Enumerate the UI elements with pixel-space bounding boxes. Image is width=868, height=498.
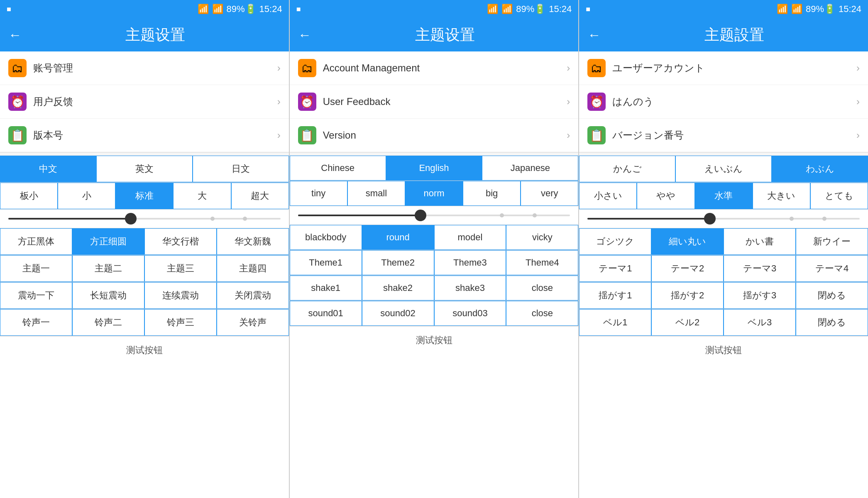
menu-item-2[interactable]: 📋 版本号 ›	[0, 119, 289, 152]
shake-btn-1[interactable]: 揺がす2	[651, 282, 724, 309]
sound-btn-2[interactable]: 铃声三	[144, 309, 217, 336]
slider-thumb[interactable]	[415, 210, 426, 221]
sound-btn-0[interactable]: 铃声一	[0, 309, 72, 336]
slider-row[interactable]	[0, 210, 289, 228]
lang-btn-0[interactable]: かんご	[579, 156, 675, 182]
theme-btn-2[interactable]: テーマ3	[724, 255, 796, 282]
back-button[interactable]: ←	[8, 27, 22, 43]
theme-btn-0[interactable]: 主题一	[0, 255, 72, 282]
font-btn-1[interactable]: round	[362, 225, 434, 250]
time-display: 15:24	[839, 4, 861, 15]
menu-item-1[interactable]: ⏰ はんのう ›	[579, 85, 868, 119]
size-btn-0[interactable]: tiny	[290, 181, 347, 206]
lang-btn-2[interactable]: 日文	[193, 156, 289, 182]
shake-btn-1[interactable]: 长短震动	[72, 282, 144, 309]
sound-btn-2[interactable]: ベル3	[724, 309, 796, 336]
menu-item-1[interactable]: ⏰ User Feedback ›	[290, 85, 579, 119]
size-btn-1[interactable]: small	[347, 181, 405, 206]
menu-item-0[interactable]: 🗂 Account Management ›	[290, 51, 579, 85]
sound-btn-0[interactable]: ベル1	[579, 309, 651, 336]
font-btn-0[interactable]: blackbody	[290, 225, 362, 250]
menu-item-2[interactable]: 📋 バージョン番号 ›	[579, 119, 868, 152]
font-btn-2[interactable]: 华文行楷	[144, 228, 217, 255]
font-btn-3[interactable]: vicky	[506, 225, 578, 250]
sound-btn-1[interactable]: 铃声二	[72, 309, 144, 336]
size-btn-3[interactable]: 大	[173, 183, 231, 209]
theme-btn-0[interactable]: テーマ1	[579, 255, 651, 282]
theme-btn-3[interactable]: 主题四	[217, 255, 289, 282]
test-button[interactable]: 测试按钮	[290, 326, 579, 354]
font-btn-1[interactable]: 細い丸い	[651, 228, 724, 255]
font-btn-3[interactable]: 华文新魏	[217, 228, 289, 255]
shake-btn-3[interactable]: close	[506, 276, 578, 300]
slider-thumb[interactable]	[704, 213, 716, 225]
font-btn-2[interactable]: model	[434, 225, 506, 250]
lang-btn-2[interactable]: わぶん	[772, 156, 868, 182]
size-btn-2[interactable]: 水準	[695, 183, 753, 209]
size-btn-1[interactable]: やや	[637, 183, 694, 209]
slider-thumb[interactable]	[125, 213, 137, 225]
shake-btn-2[interactable]: shake3	[434, 276, 506, 300]
menu-item-1[interactable]: ⏰ 用户反馈 ›	[0, 85, 289, 119]
sound-btn-3[interactable]: 閉める	[796, 309, 868, 336]
sound-btn-3[interactable]: 关铃声	[217, 309, 289, 336]
font-btn-0[interactable]: 方正黑体	[0, 228, 72, 255]
menu-item-2[interactable]: 📋 Version ›	[290, 119, 579, 152]
size-btn-0[interactable]: 小さい	[579, 183, 637, 209]
chevron-icon-1: ›	[567, 96, 570, 107]
size-btn-0[interactable]: 板小	[0, 183, 58, 209]
font-btn-0[interactable]: ゴシツク	[579, 228, 651, 255]
font-btn-2[interactable]: かい書	[724, 228, 796, 255]
size-btn-3[interactable]: big	[463, 181, 521, 206]
slider-row[interactable]	[290, 206, 579, 225]
sound-btn-1[interactable]: ベル2	[651, 309, 724, 336]
test-button[interactable]: 测试按钮	[0, 336, 289, 364]
shake-buttons-row: 揺がす1揺がす2揺がす3閉める	[579, 282, 868, 309]
theme-btn-0[interactable]: Theme1	[290, 250, 362, 275]
size-btn-1[interactable]: 小	[58, 183, 115, 209]
shake-btn-2[interactable]: 连续震动	[144, 282, 217, 309]
lang-btn-0[interactable]: 中文	[0, 156, 96, 182]
lang-btn-1[interactable]: 英文	[96, 156, 193, 182]
size-btn-4[interactable]: とても	[810, 183, 868, 209]
theme-btn-1[interactable]: Theme2	[362, 250, 434, 275]
sound-btn-0[interactable]: sound01	[290, 301, 362, 326]
theme-btn-1[interactable]: テーマ2	[651, 255, 724, 282]
slider-row[interactable]	[579, 210, 868, 228]
size-btn-2[interactable]: 标准	[115, 183, 173, 209]
size-btn-2[interactable]: norm	[405, 181, 463, 206]
lang-btn-1[interactable]: English	[386, 156, 482, 181]
slider-dot-1	[210, 217, 215, 221]
theme-btn-3[interactable]: Theme4	[506, 250, 578, 275]
theme-btn-1[interactable]: 主题二	[72, 255, 144, 282]
theme-btn-2[interactable]: Theme3	[434, 250, 506, 275]
size-btn-3[interactable]: 大きい	[753, 183, 810, 209]
menu-icon-1: ⏰	[587, 93, 606, 111]
shake-btn-3[interactable]: 关闭震动	[217, 282, 289, 309]
divider	[290, 152, 579, 156]
test-button[interactable]: 测试按钮	[579, 336, 868, 364]
font-btn-1[interactable]: 方正细圆	[72, 228, 144, 255]
shake-btn-1[interactable]: shake2	[362, 276, 434, 300]
shake-btn-0[interactable]: 揺がす1	[579, 282, 651, 309]
menu-item-0[interactable]: 🗂 账号管理 ›	[0, 51, 289, 85]
menu-item-0[interactable]: 🗂 ユーザーアカウント ›	[579, 51, 868, 85]
back-button[interactable]: ←	[298, 27, 311, 43]
font-btn-3[interactable]: 新ウイー	[796, 228, 868, 255]
chevron-icon-2: ›	[856, 129, 860, 141]
shake-btn-2[interactable]: 揺がす3	[724, 282, 796, 309]
size-btn-4[interactable]: very	[521, 181, 578, 206]
theme-btn-2[interactable]: 主题三	[144, 255, 217, 282]
lang-btn-0[interactable]: Chinese	[290, 156, 386, 181]
size-btn-4[interactable]: 超大	[231, 183, 289, 209]
sound-btn-1[interactable]: sound02	[362, 301, 434, 326]
lang-btn-2[interactable]: Japanese	[482, 156, 578, 181]
back-button[interactable]: ←	[587, 27, 601, 43]
theme-btn-3[interactable]: テーマ4	[796, 255, 868, 282]
sound-btn-3[interactable]: close	[506, 301, 578, 326]
shake-btn-0[interactable]: 震动一下	[0, 282, 72, 309]
sound-btn-2[interactable]: sound03	[434, 301, 506, 326]
lang-btn-1[interactable]: えいぶん	[675, 156, 772, 182]
shake-btn-3[interactable]: 閉める	[796, 282, 868, 309]
shake-btn-0[interactable]: shake1	[290, 276, 362, 300]
